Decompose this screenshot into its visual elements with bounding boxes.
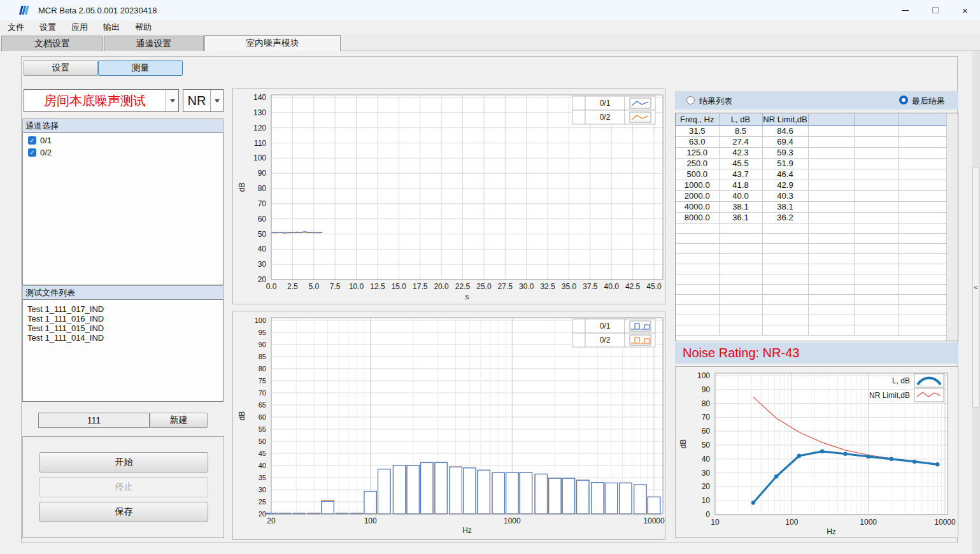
svg-text:22.5: 22.5 <box>455 282 471 291</box>
table-cell <box>676 224 719 234</box>
table-row[interactable] <box>676 315 946 325</box>
svg-text:0/1: 0/1 <box>600 322 611 330</box>
table-cell <box>898 137 946 148</box>
table-row[interactable]: 31.58.584.6 <box>676 125 946 137</box>
table-row[interactable]: 125.042.359.3 <box>676 148 946 159</box>
svg-text:40: 40 <box>258 245 267 253</box>
radio-result-list-label[interactable]: 结果列表 <box>699 96 732 107</box>
table-row[interactable]: 500.043.746.4 <box>676 169 946 180</box>
table-cell: 84.6 <box>762 125 808 137</box>
svg-text:70: 70 <box>258 199 267 208</box>
close-button[interactable]: × <box>950 0 980 20</box>
radio-result-list[interactable] <box>686 96 695 104</box>
table-row[interactable]: 8000.036.136.2 <box>676 213 946 224</box>
table-cell <box>762 224 808 234</box>
table-cell: 59.3 <box>762 148 808 159</box>
table-scroll-gutter[interactable] <box>946 113 958 341</box>
radio-last-result[interactable] <box>899 96 908 104</box>
table-cell: 36.1 <box>719 213 762 224</box>
start-button[interactable]: 开始 <box>39 452 208 472</box>
table-row[interactable] <box>676 264 946 274</box>
svg-text:50: 50 <box>702 441 711 450</box>
tab-channel-settings[interactable]: 通道设置 <box>104 36 204 51</box>
rating-dropdown-arrow[interactable] <box>210 90 223 111</box>
test-type-combobox[interactable]: 房间本底噪声测试 <box>24 89 179 112</box>
table-cell <box>808 264 854 274</box>
table-row[interactable] <box>676 305 946 315</box>
table-row[interactable]: 63.027.469.4 <box>676 137 946 148</box>
test-type-dropdown-arrow[interactable] <box>166 90 178 111</box>
table-row[interactable]: 250.045.551.9 <box>676 159 946 169</box>
results-table[interactable]: Freq., HzL, dBNR Limit,dB 31.58.584.663.… <box>676 113 947 336</box>
menu-help[interactable]: 帮助 <box>127 20 159 34</box>
menu-settings[interactable]: 设置 <box>32 20 64 34</box>
checkbox-checked-icon[interactable]: ✓ <box>28 148 36 157</box>
test-file-item[interactable]: Test 1_111_016_IND <box>23 314 223 323</box>
test-file-list[interactable]: Test 1_111_017_INDTest 1_111_016_INDTest… <box>22 299 224 402</box>
table-cell: 125.0 <box>676 148 719 159</box>
checkbox-checked-icon[interactable]: ✓ <box>28 136 36 145</box>
spectrum-chart-panel: 2025303540455055606570758085909510020100… <box>232 311 665 540</box>
new-button[interactable]: 新建 <box>150 413 208 428</box>
table-header-cell: NR Limit,dB <box>762 113 808 125</box>
menu-file[interactable]: 文件 <box>0 20 32 34</box>
table-row[interactable] <box>676 325 946 336</box>
table-cell <box>898 315 946 325</box>
test-file-item[interactable]: Test 1_111_014_IND <box>23 333 223 343</box>
tab-document-settings[interactable]: 文档设置 <box>1 36 103 51</box>
svg-text:20: 20 <box>258 275 267 284</box>
measurement-name-input[interactable] <box>38 413 150 428</box>
table-row[interactable] <box>676 274 946 285</box>
table-cell: 1000.0 <box>676 180 719 191</box>
table-row[interactable] <box>676 234 946 244</box>
test-type-value: 房间本底噪声测试 <box>24 90 166 111</box>
test-file-item[interactable]: Test 1_111_015_IND <box>23 323 223 333</box>
table-cell <box>719 234 762 244</box>
svg-text:80: 80 <box>702 399 711 408</box>
svg-text:70: 70 <box>259 389 266 397</box>
table-row[interactable]: 4000.038.138.1 <box>676 202 946 213</box>
svg-text:90: 90 <box>258 169 267 178</box>
table-row[interactable] <box>676 244 946 254</box>
table-cell <box>762 315 808 325</box>
subtab-measure[interactable]: 测量 <box>98 60 183 76</box>
table-cell <box>719 264 762 274</box>
table-cell <box>719 285 762 295</box>
table-cell: 42.9 <box>762 180 808 191</box>
table-cell <box>808 213 854 224</box>
rating-combobox[interactable]: NR <box>183 89 224 112</box>
test-file-item[interactable]: Test 1_111_017_IND <box>23 304 223 314</box>
radio-last-result-label[interactable]: 最后结果 <box>912 96 945 107</box>
time-chart: 20304050607080901001101201301400.02.55.0… <box>233 89 665 304</box>
minimize-button[interactable] <box>890 0 920 20</box>
maximize-button[interactable] <box>920 0 950 20</box>
channel-item[interactable]: ✓0/2 <box>23 145 223 157</box>
tab-indoor-noise-module[interactable]: 室内噪声模块 <box>204 35 341 51</box>
table-cell <box>808 315 854 325</box>
subtab-settings[interactable]: 设置 <box>24 60 98 76</box>
table-row[interactable] <box>676 254 946 264</box>
svg-text:35.0: 35.0 <box>562 282 577 291</box>
table-cell <box>808 159 854 169</box>
table-row[interactable] <box>676 285 946 295</box>
table-row[interactable]: 2000.040.040.3 <box>676 191 946 202</box>
menu-apply[interactable]: 应用 <box>64 20 96 34</box>
table-cell <box>854 125 898 137</box>
channel-item[interactable]: ✓0/1 <box>23 133 223 145</box>
splitter-collapse-handle[interactable]: < <box>972 167 979 408</box>
table-cell <box>808 224 854 234</box>
svg-text:40: 40 <box>259 462 266 469</box>
table-cell: 40.3 <box>762 191 808 202</box>
table-cell: 4000.0 <box>676 202 719 213</box>
channel-list[interactable]: ✓0/1✓0/2 <box>22 132 224 285</box>
svg-text:42.5: 42.5 <box>625 282 641 291</box>
table-row[interactable] <box>676 224 946 234</box>
table-cell <box>898 254 946 264</box>
table-row[interactable]: 1000.041.842.9 <box>676 180 946 191</box>
window-title: MCR Beta 2.05.0.001 20230418 <box>38 6 157 15</box>
svg-text:50: 50 <box>258 230 267 239</box>
table-row[interactable] <box>676 295 946 305</box>
svg-text:0/1: 0/1 <box>600 99 611 108</box>
save-button[interactable]: 保存 <box>39 502 208 522</box>
menu-output[interactable]: 输出 <box>96 20 127 34</box>
